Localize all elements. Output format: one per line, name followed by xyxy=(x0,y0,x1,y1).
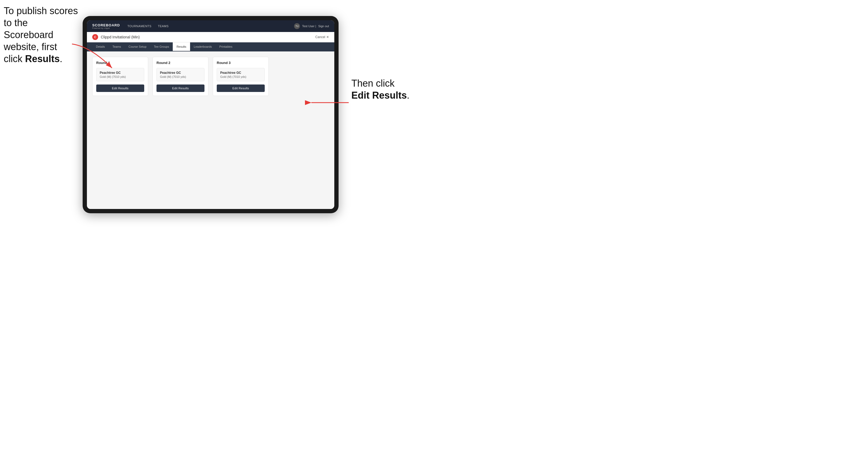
round-card-2: Round 2 Peachtree GC Gold (M) (7010 yds)… xyxy=(153,57,209,96)
tab-printables[interactable]: Printables xyxy=(216,42,236,52)
annotation-line2-suffix: . xyxy=(407,90,409,101)
course-name-2: Peachtree GC xyxy=(160,71,201,75)
tabs-bar: Details Teams Course Setup Tee Groups Re… xyxy=(87,42,334,52)
instruction-line3: website, first xyxy=(4,41,57,52)
round-1-title: Round 1 xyxy=(96,61,144,65)
tab-details[interactable]: Details xyxy=(92,42,109,52)
close-icon: ✕ xyxy=(326,35,329,39)
course-detail-1: Gold (M) (7010 yds) xyxy=(100,75,141,79)
nav-tournaments[interactable]: TOURNAMENTS xyxy=(127,24,151,29)
logo-area: SCOREBOARD Powered by clippd xyxy=(92,23,120,29)
course-card-1: Peachtree GC Gold (M) (7010 yds) xyxy=(96,68,144,81)
sign-out-link[interactable]: Sign out xyxy=(318,25,329,28)
tournament-title: Clippd Invitational (Min) xyxy=(101,35,315,39)
tab-results[interactable]: Results xyxy=(173,42,190,52)
edit-results-button-1[interactable]: Edit Results xyxy=(96,85,144,92)
tab-course-setup[interactable]: Course Setup xyxy=(125,42,150,52)
cancel-label: Cancel xyxy=(315,35,325,39)
main-content: Round 1 Peachtree GC Gold (M) (7010 yds)… xyxy=(87,52,334,209)
user-avatar: TU xyxy=(294,23,300,29)
tab-tee-groups[interactable]: Tee Groups xyxy=(150,42,173,52)
tab-teams[interactable]: Teams xyxy=(109,42,125,52)
tablet-screen: SCOREBOARD Powered by clippd TOURNAMENTS… xyxy=(87,20,334,209)
round-card-1: Round 1 Peachtree GC Gold (M) (7010 yds)… xyxy=(92,57,148,96)
course-name-1: Peachtree GC xyxy=(100,71,141,75)
round-card-3: Round 3 Peachtree GC Gold (M) (7010 yds)… xyxy=(213,57,269,96)
course-card-2: Peachtree GC Gold (M) (7010 yds) xyxy=(156,68,205,81)
course-card-3: Peachtree GC Gold (M) (7010 yds) xyxy=(217,68,265,81)
tab-leaderboards[interactable]: Leaderboards xyxy=(190,42,216,52)
nav-teams[interactable]: TEAMS xyxy=(158,24,168,29)
annotation-line1: Then click xyxy=(351,78,395,89)
course-detail-3: Gold (M) (7010 yds) xyxy=(220,75,261,79)
tournament-header: C Clippd Invitational (Min) Cancel ✕ xyxy=(87,32,334,42)
tournament-icon: C xyxy=(92,34,98,40)
edit-results-button-2[interactable]: Edit Results xyxy=(156,85,205,92)
annotation-line2-bold: Edit Results xyxy=(351,90,407,101)
course-name-3: Peachtree GC xyxy=(220,71,261,75)
logo-scoreboard: SCOREBOARD xyxy=(92,23,120,27)
nav-links: TOURNAMENTS TEAMS xyxy=(127,24,294,29)
app-header: SCOREBOARD Powered by clippd TOURNAMENTS… xyxy=(87,20,334,32)
header-right: TU Test User | Sign out xyxy=(294,23,329,29)
instruction-line4-bold: Results xyxy=(25,53,60,64)
instruction-line1: To publish scores xyxy=(4,5,78,16)
rounds-grid: Round 1 Peachtree GC Gold (M) (7010 yds)… xyxy=(92,57,329,96)
instruction-line2: to the Scoreboard xyxy=(4,17,53,40)
tablet-frame: SCOREBOARD Powered by clippd TOURNAMENTS… xyxy=(83,16,339,213)
instruction-text: To publish scores to the Scoreboard webs… xyxy=(4,5,79,65)
cancel-button[interactable]: Cancel ✕ xyxy=(315,35,329,39)
round-2-title: Round 2 xyxy=(156,61,205,65)
annotation-right: Then click Edit Results. xyxy=(351,77,426,101)
course-detail-2: Gold (M) (7010 yds) xyxy=(160,75,201,79)
user-label: Test User | xyxy=(302,25,316,28)
round-3-title: Round 3 xyxy=(217,61,265,65)
instruction-line4-prefix: click xyxy=(4,53,25,64)
logo-sub: Powered by clippd xyxy=(92,27,120,29)
instruction-line4-suffix: . xyxy=(60,53,62,64)
edit-results-button-3[interactable]: Edit Results xyxy=(217,85,265,92)
round-card-empty xyxy=(273,57,329,96)
